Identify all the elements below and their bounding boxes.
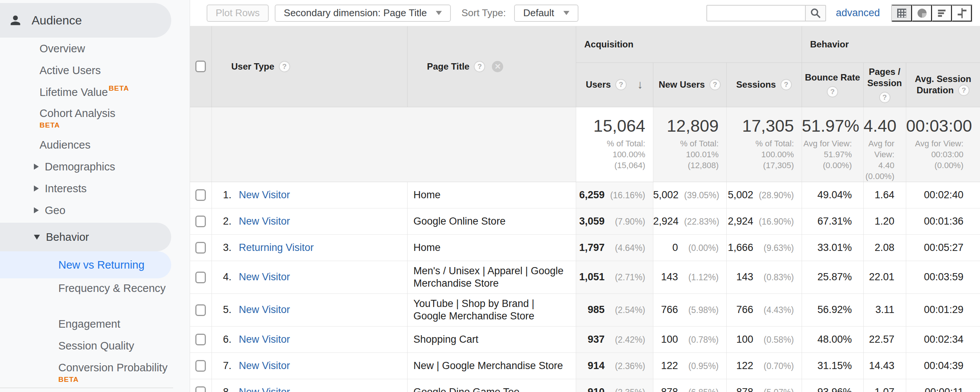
- row-checkbox[interactable]: [195, 216, 206, 227]
- user-type-link[interactable]: New Visitor: [239, 360, 290, 371]
- dropdown-arrow-icon: [563, 11, 570, 15]
- select-all-checkbox[interactable]: [195, 60, 206, 72]
- table-view-button[interactable]: [892, 5, 912, 21]
- remove-secondary-dimension-icon[interactable]: [492, 61, 503, 72]
- column-header-avg-session-duration[interactable]: Avg. SessionDuration: [906, 62, 980, 107]
- sidebar-item-active-users[interactable]: Active Users: [0, 59, 190, 81]
- totals-avg-session-duration: 00:03:00 Avg for View:00:03:00(0.00%): [906, 107, 980, 182]
- page-title-cell: Home: [407, 234, 576, 261]
- view-toggle-group: [891, 4, 972, 22]
- sessions-cell: 122(0.70%): [726, 352, 802, 379]
- row-index: 7.: [223, 360, 239, 372]
- help-icon[interactable]: [279, 61, 290, 72]
- sort-type-label: Sort Type:: [461, 7, 506, 19]
- help-icon[interactable]: [827, 86, 838, 97]
- row-checkbox[interactable]: [195, 334, 206, 345]
- users-cell: 1,797(4.64%): [576, 234, 653, 261]
- performance-view-button[interactable]: [932, 5, 952, 21]
- secondary-dimension-dropdown[interactable]: Secondary dimension: Page Title: [275, 5, 451, 22]
- help-icon[interactable]: [710, 79, 721, 90]
- user-type-link[interactable]: New Visitor: [239, 216, 290, 227]
- sidebar-section-label: Audience: [32, 14, 82, 27]
- sessions-cell: 1,666(9.63%): [726, 234, 802, 261]
- help-icon[interactable]: [958, 85, 969, 96]
- users-cell: 910(2.35%): [576, 379, 653, 392]
- group-header-behavior: Behavior: [802, 26, 980, 62]
- sidebar-item-new-vs-returning[interactable]: New vs Returning: [0, 251, 171, 278]
- sidebar-item-lifetime-value[interactable]: Lifetime ValueBETA: [0, 81, 190, 103]
- search-button[interactable]: [805, 5, 826, 21]
- new-users-cell: 100(0.78%): [653, 326, 726, 352]
- search-input[interactable]: [706, 5, 805, 21]
- user-type-link[interactable]: New Visitor: [239, 271, 290, 282]
- sidebar-item-behavior[interactable]: Behavior: [0, 223, 171, 251]
- avg-session-duration-cell: 00:01:36: [906, 208, 980, 234]
- help-icon[interactable]: [781, 79, 792, 90]
- totals-pages-session: 4.40 Avg forView:4.40(0.00%): [863, 107, 906, 182]
- pages-session-cell: 3.11: [863, 294, 906, 326]
- row-index: 6.: [223, 334, 239, 345]
- column-header-user-type[interactable]: User Type: [212, 26, 407, 107]
- help-icon[interactable]: [615, 79, 627, 90]
- sidebar-item-session-quality[interactable]: Session Quality: [0, 335, 190, 357]
- pages-session-cell: 22.01: [863, 261, 906, 294]
- sidebar-item-demographics[interactable]: Demographics: [0, 156, 190, 178]
- plot-rows-button[interactable]: Plot Rows: [207, 5, 269, 22]
- table-row: 1.New Visitor Home 6,259(16.16%) 5,002(3…: [190, 182, 980, 208]
- chevron-down-icon: [34, 235, 40, 240]
- help-icon[interactable]: [879, 92, 891, 103]
- column-header-page-title[interactable]: Page Title: [407, 26, 576, 107]
- page-title-cell: Home: [407, 182, 576, 208]
- row-checkbox[interactable]: [195, 304, 206, 316]
- beta-badge: BETA: [109, 84, 129, 92]
- column-header-sessions[interactable]: Sessions: [726, 62, 802, 107]
- table-row: 2.New Visitor Google Online Store 3,059(…: [190, 208, 980, 234]
- pages-session-cell: 1.20: [863, 208, 906, 234]
- row-index: 1.: [223, 189, 239, 201]
- comparison-view-button[interactable]: [952, 5, 972, 21]
- totals-new-users: 12,809 % of Total:100.01%(12,808): [653, 107, 726, 182]
- row-checkbox[interactable]: [195, 360, 206, 372]
- sidebar-item-audiences[interactable]: Audiences: [0, 134, 190, 156]
- page-title-cell: Google Online Store: [407, 208, 576, 234]
- sort-type-dropdown[interactable]: Default: [514, 5, 578, 22]
- user-type-link[interactable]: New Visitor: [239, 304, 290, 315]
- sidebar-item-cohort-analysis[interactable]: Cohort AnalysisBETA: [0, 103, 190, 134]
- user-type-link[interactable]: New Visitor: [239, 189, 290, 200]
- sidebar-item-interests[interactable]: Interests: [0, 178, 190, 199]
- column-header-bounce-rate[interactable]: Bounce Rate: [802, 62, 863, 107]
- dropdown-arrow-icon: [436, 11, 442, 15]
- page-title-cell: YouTube | Shop by Brand | Google Merchan…: [407, 294, 576, 326]
- sidebar-item-frequency-recency[interactable]: Frequency & Recency: [0, 278, 190, 313]
- percentage-view-button[interactable]: [912, 5, 932, 21]
- analytics-app: Audience Overview Active Users Lifetime …: [0, 0, 980, 392]
- sessions-cell: 878(5.07%): [726, 379, 802, 392]
- help-icon[interactable]: [474, 61, 485, 72]
- bounce-rate-cell: 93.96%: [802, 379, 863, 392]
- row-checkbox[interactable]: [195, 386, 206, 392]
- sidebar-item-geo[interactable]: Geo: [0, 199, 190, 221]
- row-checkbox[interactable]: [195, 242, 206, 254]
- column-header-pages-session[interactable]: Pages /Session: [863, 62, 906, 107]
- sidebar-item-conversion-probability[interactable]: Conversion ProbabilityBETA: [0, 357, 190, 384]
- row-checkbox[interactable]: [195, 271, 206, 283]
- user-type-link[interactable]: Returning Visitor: [239, 242, 314, 253]
- chevron-right-icon: [34, 186, 39, 192]
- sidebar-item-engagement[interactable]: Engagement: [0, 313, 190, 335]
- row-checkbox[interactable]: [195, 189, 206, 201]
- sidebar-item-overview[interactable]: Overview: [0, 38, 190, 59]
- magnifier-icon: [810, 7, 822, 19]
- user-type-link[interactable]: New Visitor: [239, 334, 290, 345]
- table-row: 8.New Visitor Google Dino Game Tee 910(2…: [190, 379, 980, 392]
- column-header-new-users[interactable]: New Users: [653, 62, 726, 107]
- sort-descending-icon: [637, 78, 643, 91]
- sidebar-section-audience[interactable]: Audience: [0, 3, 171, 38]
- user-type-link[interactable]: New Visitor: [239, 386, 290, 392]
- bounce-rate-cell: 67.31%: [802, 208, 863, 234]
- totals-bounce-rate: 51.97% Avg for View:51.97%(0.00%): [802, 107, 863, 182]
- bounce-rate-cell: 48.00%: [802, 326, 863, 352]
- advanced-search-link[interactable]: advanced: [836, 7, 880, 19]
- avg-session-duration-cell: 00:05:27: [906, 234, 980, 261]
- table-row: 3.Returning Visitor Home 1,797(4.64%) 0(…: [190, 234, 980, 261]
- column-header-users[interactable]: Users: [576, 62, 653, 107]
